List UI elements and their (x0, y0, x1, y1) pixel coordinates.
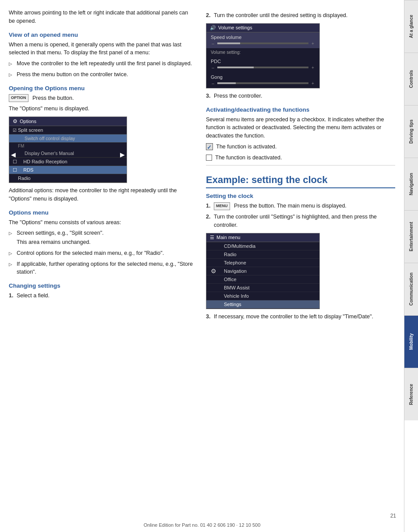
bullet-item: Press the menu button on the controller … (9, 70, 193, 79)
options-menu-bullets: Screen settings, e.g., "Split screen". T… (9, 229, 193, 276)
mm-item-bmw-assist: BMW Assist (206, 284, 319, 292)
clock-step-1-num: 1. (206, 202, 210, 210)
main-menu-screenshot: ☰ Main menu CD/Multimedia Radio Telephon… (206, 233, 320, 309)
mm-item-telephone: Telephone (206, 259, 319, 267)
right-arrow-icon: ▶ (120, 151, 125, 158)
activating-body: Several menu items are preceded by a che… (206, 116, 395, 140)
gear-icon: ⚙ (211, 268, 216, 275)
options-menu-body: The "Options" menu consists of various a… (9, 218, 193, 227)
bullet-item-screen: Screen settings, e.g., "Split screen". T… (9, 229, 193, 247)
options-menu-displayed-text: The "Options" menu is displayed. (9, 105, 193, 113)
options-item-split-screen: ☑ Split screen (9, 126, 127, 134)
deactivated-text: The function is deactivated. (206, 154, 395, 162)
vol-item-pdc: PDC – + (206, 56, 319, 72)
clock-step-3: 3. If necessary, move the controller to … (206, 313, 395, 321)
view-opened-menu-bullets: Move the controller to the left repeated… (9, 60, 193, 79)
sidebar-tab-navigation[interactable]: Navigation (404, 158, 418, 210)
vol-slider-speed: – + (211, 41, 315, 46)
options-screenshot: ⚙ Options ☑ Split screen Switch off cont… (9, 116, 127, 183)
page-footer: Online Edition for Part no. 01 40 2 606 … (0, 522, 404, 528)
step-1-text: Select a field. (17, 292, 50, 299)
mm-title-bar: ☰ Main menu (206, 233, 319, 242)
step-1-num: 1. (9, 292, 13, 300)
volume-screenshot: 🔊 Volume settings Speed volume – + Volum… (206, 23, 320, 88)
step-3-press: 3. Press the controller. (206, 92, 395, 100)
sidebar-tab-entertainment[interactable]: Entertainment (404, 210, 418, 263)
example-clock-heading: Example: setting the clock (206, 174, 395, 188)
mm-item-radio: Radio (206, 250, 319, 259)
sidebar-tab-reference[interactable]: Reference (404, 368, 418, 420)
clock-step-3-text: If necessary, move the controller to the… (214, 314, 373, 320)
vol-setting-label: Volume setting: (206, 48, 319, 56)
slider-minus: – (211, 41, 215, 46)
slider-minus-gong: – (211, 81, 215, 86)
vol-item-speed: Speed volume – + (206, 32, 319, 48)
sidebar-tabs: At a glance Controls Driving tips Naviga… (404, 0, 418, 532)
sidebar-tab-controls[interactable]: Controls (404, 53, 418, 105)
step-2-text: Turn the controller until the desired se… (214, 12, 347, 18)
mm-item-settings: Settings (206, 300, 319, 309)
activated-text: The function is activated. (206, 143, 395, 151)
bullet-subtext: This area remains unchanged. (17, 238, 193, 247)
right-col-step3: 3. Press the controller. (206, 92, 395, 100)
additional-options-text: Additional options: move the controller … (9, 187, 193, 203)
options-screenshot-title: Options (20, 119, 36, 124)
sidebar-tab-driving-tips[interactable]: Driving tips (404, 105, 418, 158)
check-icon: ☑ (13, 128, 17, 133)
sidebar-tab-at-a-glance[interactable]: At a glance (404, 0, 418, 53)
options-section-fm: FM (9, 143, 127, 149)
bullet-item-control: Control options for the selected main me… (9, 249, 193, 257)
option-press-text: Press the button. (32, 95, 74, 101)
intro-text: White arrows pointing to the left or rig… (9, 9, 193, 25)
step-2-num: 2. (206, 11, 210, 20)
mm-icon: ☰ (210, 235, 214, 240)
view-opened-menu-heading: View of an opened menu (9, 32, 193, 38)
options-menu-heading: Options menu (9, 209, 193, 216)
slider-track (217, 42, 308, 44)
opening-options-heading: Opening the Options menu (9, 85, 193, 92)
clock-step-1-text: Press the button. The main menu is displ… (234, 203, 347, 209)
slider-track-pdc (217, 67, 308, 68)
option-button-icon: OPTION (9, 94, 28, 102)
slider-fill-pdc (217, 67, 254, 68)
clock-step3-list: 3. If necessary, move the controller to … (206, 313, 395, 321)
divider (206, 165, 395, 166)
step-2: 2. Turn the controller until the desired… (206, 11, 395, 20)
options-icon: ⚙ (13, 118, 18, 124)
vol-item-gong: Gong – + (206, 72, 319, 88)
options-screenshot-titlebar: ⚙ Options (9, 117, 127, 126)
option-btn-line: OPTION Press the button. (9, 94, 193, 102)
checkbox-checked-icon (206, 143, 213, 150)
sidebar-tab-mobility[interactable]: Mobility (404, 315, 418, 368)
step-1: 1. Select a field. (9, 292, 193, 300)
activating-heading: Activating/deactivating the functions (206, 106, 395, 113)
slider-track-gong (217, 82, 308, 84)
checkbox-hd: ☐ (13, 159, 17, 165)
vol-slider-pdc: – + (211, 65, 315, 70)
options-item-hd-radio: ☐ HD Radio Reception (9, 158, 127, 166)
mm-item-vehicle-info: Vehicle Info (206, 292, 319, 300)
sidebar-tab-communication[interactable]: Communication (404, 263, 418, 315)
view-opened-menu-body: When a menu is opened, it generally open… (9, 41, 193, 57)
bullet-item-further: If applicable, further operating options… (9, 260, 193, 277)
options-item-radio: Radio (9, 174, 127, 183)
clock-step-2-text: Turn the controller until "Settings" is … (214, 214, 377, 228)
clock-step-1: 1. MENU Press the button. The main menu … (206, 202, 395, 210)
slider-plus-gong: + (311, 81, 315, 86)
activated-label: The function is activated. (216, 144, 276, 150)
slider-fill-gong (217, 82, 236, 84)
bullet-item: Move the controller to the left repeated… (9, 60, 193, 68)
menu-button-icon: MENU (214, 202, 230, 210)
left-arrow-icon: ◀ (11, 151, 16, 158)
mm-title: Main menu (216, 235, 240, 240)
options-item-rds: ☐ RDS (9, 166, 127, 174)
slider-minus-pdc: – (211, 65, 215, 70)
options-item-switch-off: Switch off control display (9, 134, 127, 143)
step-3-text: Press the controller. (214, 93, 262, 99)
mm-item-cdmultimedia: CD/Multimedia (206, 242, 319, 250)
page-number: 21 (390, 513, 396, 519)
right-col-step2: 2. Turn the controller until the desired… (206, 11, 395, 20)
vol-slider-gong: – + (211, 81, 315, 86)
changing-settings-steps: 1. Select a field. (9, 292, 193, 300)
step-3-num: 3. (206, 92, 210, 100)
